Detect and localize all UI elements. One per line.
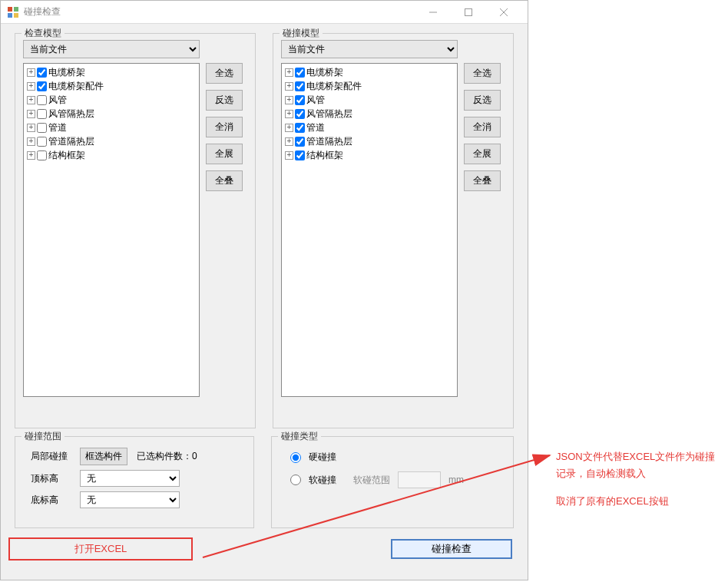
svg-rect-1 [14,7,18,12]
invert-button[interactable]: 反选 [464,90,501,111]
expand-icon[interactable]: + [285,110,293,118]
tree-item[interactable]: +风管 [285,93,454,107]
clash-model-group: 碰撞模型 当前文件 +电缆桥架 +电缆桥架配件 +风管 +风管隔热层 +管道 +… [273,33,514,428]
tree-item[interactable]: +管道 [27,121,196,134]
annotation-line2: 取消了原有的EXCEL按钮 [556,493,717,510]
svg-rect-0 [8,7,12,12]
window-title: 碰撞检查 [24,5,415,18]
expand-icon[interactable]: + [285,124,293,132]
expand-icon[interactable]: + [27,151,35,160]
tree-checkbox[interactable] [37,137,47,147]
tree-checkbox[interactable] [295,150,305,160]
tree-checkbox[interactable] [37,95,47,105]
maximize-button[interactable] [451,1,486,24]
expand-icon[interactable]: + [27,124,35,132]
tree-checkbox[interactable] [295,68,305,78]
expand-icon[interactable]: + [285,137,293,146]
close-button[interactable] [486,1,521,24]
tree-item[interactable]: +电缆桥架配件 [285,79,454,93]
clash-range-group: 碰撞范围 局部碰撞 框选构件 已选构件数：0 顶标高 无 底标高 无 [15,436,254,528]
tree-item[interactable]: +管道 [285,121,454,134]
unit-label: mm [448,475,464,485]
bottom-elevation-label: 底标高 [31,494,71,507]
tree-item[interactable]: +管道隔热层 [27,134,196,148]
hard-clash-label: 硬碰撞 [309,451,336,464]
soft-clash-label: 软碰撞 [309,474,336,487]
top-elevation-select[interactable]: 无 [80,470,180,487]
tree-item[interactable]: +电缆桥架配件 [27,79,196,93]
tree-checkbox[interactable] [37,123,47,133]
tree-item[interactable]: +风管隔热层 [285,107,454,121]
expand-icon[interactable]: + [27,110,35,118]
tree-item[interactable]: +电缆桥架 [285,65,454,79]
minimize-button[interactable] [415,1,451,24]
tree-checkbox[interactable] [295,123,305,133]
svg-rect-3 [14,13,18,18]
invert-button[interactable]: 反选 [206,90,243,111]
window-controls [415,1,521,24]
clash-check-button[interactable]: 碰撞检查 [391,539,512,559]
expand-icon[interactable]: + [27,96,35,104]
collapse-all-button[interactable]: 全叠 [464,170,501,191]
collapse-all-button[interactable]: 全叠 [206,170,243,191]
bottom-elevation-select[interactable]: 无 [80,491,180,508]
select-all-button[interactable]: 全选 [206,63,243,84]
tree-checkbox[interactable] [37,81,47,91]
soft-range-label: 软碰范围 [353,474,390,487]
tree-checkbox[interactable] [295,81,305,91]
tree-item[interactable]: +结构框架 [285,148,454,162]
clash-type-group: 碰撞类型 硬碰撞 软碰撞 软碰范围 mm [271,436,514,528]
tree-checkbox[interactable] [37,109,47,119]
expand-all-button[interactable]: 全展 [206,144,243,164]
tree-item[interactable]: +风管隔热层 [27,107,196,121]
tree-checkbox[interactable] [295,137,305,147]
expand-icon[interactable]: + [27,82,35,91]
check-model-title: 检查模型 [22,27,65,40]
soft-clash-radio[interactable] [290,475,301,485]
expand-icon[interactable]: + [285,96,293,104]
svg-rect-2 [8,13,12,18]
tree-checkbox[interactable] [295,95,305,105]
tree-checkbox[interactable] [37,150,47,160]
clash-model-tree[interactable]: +电缆桥架 +电缆桥架配件 +风管 +风管隔热层 +管道 +管道隔热层 +结构框… [281,63,458,397]
tree-checkbox[interactable] [295,109,305,119]
clash-model-title: 碰撞模型 [280,27,323,40]
select-all-button[interactable]: 全选 [464,63,501,84]
top-elevation-label: 顶标高 [31,472,71,485]
tree-item[interactable]: +管道隔热层 [285,134,454,148]
selected-count-label: 已选构件数：0 [137,450,197,463]
local-clash-label: 局部碰撞 [31,450,71,463]
soft-range-input [398,471,441,488]
expand-icon[interactable]: + [27,68,35,77]
tree-item[interactable]: +电缆桥架 [27,65,196,79]
pick-elements-button[interactable]: 框选构件 [80,448,127,465]
range-title: 碰撞范围 [22,430,65,443]
expand-all-button[interactable]: 全展 [464,144,501,164]
check-model-group: 检查模型 当前文件 +电缆桥架 +电缆桥架配件 +风管 +风管隔热层 +管道 +… [15,33,256,428]
check-model-tree[interactable]: +电缆桥架 +电缆桥架配件 +风管 +风管隔热层 +管道 +管道隔热层 +结构框… [23,63,200,397]
expand-icon[interactable]: + [27,137,35,146]
tree-item[interactable]: +风管 [27,93,196,107]
hard-clash-radio[interactable] [290,452,301,463]
app-icon [7,6,19,18]
type-title: 碰撞类型 [278,430,321,443]
tree-item[interactable]: +结构框架 [27,148,196,162]
expand-icon[interactable]: + [285,82,293,91]
clear-all-button[interactable]: 全消 [464,117,501,137]
svg-rect-5 [465,8,472,15]
titlebar: 碰撞检查 [1,1,528,24]
expand-icon[interactable]: + [285,151,293,160]
open-excel-button[interactable]: 打开EXCEL [8,537,193,561]
annotation-text: JSON文件代替EXCEL文件作为碰撞记录，自动检测载入 取消了原有的EXCEL… [556,448,717,510]
tree-checkbox[interactable] [37,68,47,78]
clear-all-button[interactable]: 全消 [206,117,243,137]
clash-model-dropdown[interactable]: 当前文件 [281,40,458,58]
annotation-line1: JSON文件代替EXCEL文件作为碰撞记录，自动检测载入 [556,448,717,482]
expand-icon[interactable]: + [285,68,293,77]
check-model-dropdown[interactable]: 当前文件 [23,40,200,58]
main-window: 碰撞检查 检查模型 当前文件 +电缆桥架 [0,0,528,580]
